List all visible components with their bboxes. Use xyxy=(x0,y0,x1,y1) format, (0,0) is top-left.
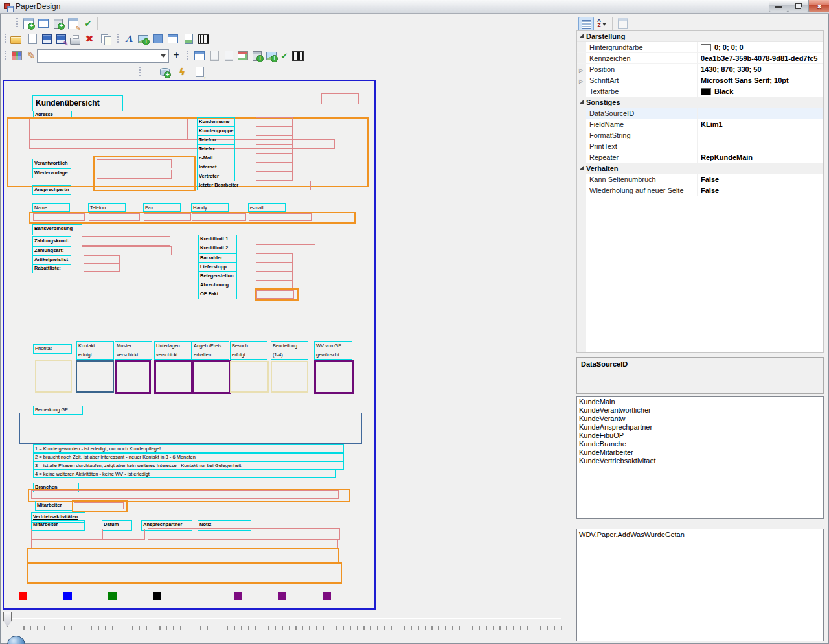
field-box[interactable] xyxy=(256,163,293,172)
draw-pencil-button[interactable]: ✎ xyxy=(24,49,38,63)
field-box[interactable] xyxy=(256,144,293,154)
validate-button[interactable]: ✔ xyxy=(277,49,291,63)
field-box[interactable] xyxy=(82,236,170,246)
page-button-disabled[interactable] xyxy=(207,49,221,63)
status-box[interactable] xyxy=(271,361,308,393)
legend-line[interactable]: 3 = ist alle Phasen durchlaufen, zeigt a… xyxy=(33,461,344,470)
info-label[interactable]: Telefon xyxy=(197,135,235,145)
status-label[interactable]: erfolgt xyxy=(76,351,114,360)
list-item[interactable]: KundeMitarbeiter xyxy=(577,448,823,457)
field-box[interactable] xyxy=(148,528,340,540)
field-box[interactable] xyxy=(256,244,315,253)
barcode-button[interactable] xyxy=(291,49,305,63)
info-label[interactable]: Internet xyxy=(197,163,235,172)
bank-label[interactable]: Kreditlimit 2: xyxy=(198,244,237,253)
status-label[interactable]: erfolgt xyxy=(230,351,267,360)
add-item-button[interactable]: + xyxy=(170,49,182,61)
zoom-slider-thumb[interactable] xyxy=(3,612,12,627)
field-box[interactable] xyxy=(256,117,293,126)
wiedervorlage-label[interactable]: Wiedervorlage xyxy=(32,168,71,178)
property-row[interactable]: Kann SeitenumbruchFalse xyxy=(577,174,823,185)
restore-button[interactable] xyxy=(788,0,809,12)
contact-label[interactable]: Name xyxy=(32,203,70,212)
open-button[interactable] xyxy=(8,32,23,46)
insert-table-button[interactable] xyxy=(192,49,207,63)
add-picture-button[interactable]: + xyxy=(264,49,278,63)
field-box[interactable] xyxy=(31,529,102,540)
expander-icon[interactable]: ▷ xyxy=(579,65,583,75)
group-box[interactable] xyxy=(27,548,339,564)
toolbar-grip[interactable] xyxy=(5,34,6,44)
legend-square-4[interactable] xyxy=(234,592,242,600)
field-box[interactable] xyxy=(84,263,120,272)
toolbar-grip[interactable] xyxy=(187,51,188,61)
status-label[interactable]: verschickt xyxy=(154,351,192,360)
property-row-selected[interactable]: DataSourceID xyxy=(577,108,823,119)
contact-label[interactable]: e-mail xyxy=(248,203,286,212)
status-label[interactable]: gewünscht xyxy=(314,351,352,360)
design-page[interactable]: Kundenübersicht Adresse Kundenname Kunde… xyxy=(3,80,376,610)
verantwortlich-label[interactable]: Verantwortlich xyxy=(32,159,71,168)
list-item[interactable]: KundeVerantw xyxy=(577,415,823,423)
property-grid[interactable]: Darstellung Hintergrundfarbe0; 0; 0; 0 K… xyxy=(576,30,824,353)
list-item[interactable]: KundeMain xyxy=(577,398,823,406)
bank-label[interactable]: Zahlungskond. xyxy=(32,236,71,246)
info-label[interactable]: letzter Bearbeiter xyxy=(197,181,242,190)
contact-label[interactable]: Telefon xyxy=(88,203,126,212)
note-textarea[interactable] xyxy=(19,413,362,444)
status-label[interactable]: Priorität xyxy=(33,344,72,354)
field-box[interactable] xyxy=(82,246,172,255)
add-panel-button[interactable] xyxy=(166,32,180,46)
field-box[interactable] xyxy=(97,159,172,168)
datasource-listbox[interactable]: KundeMainKundeVerantwortlicherKundeVeran… xyxy=(576,396,824,519)
bank-label[interactable]: Kreditlimit 1: xyxy=(198,235,237,244)
field-box[interactable] xyxy=(74,502,124,509)
list-item[interactable]: KundeBranche xyxy=(577,440,823,448)
legend-square-6[interactable] xyxy=(323,592,331,600)
color-legend-box[interactable] xyxy=(8,588,370,606)
add-barcode-button[interactable] xyxy=(196,32,210,46)
expander-icon[interactable]: ▷ xyxy=(579,76,583,86)
bank-label[interactable]: Barzahler: xyxy=(198,253,237,263)
property-row[interactable]: TextfarbeBlack xyxy=(577,86,823,97)
add-page-button[interactable] xyxy=(181,32,196,46)
status-box[interactable] xyxy=(76,360,114,393)
add-form-button[interactable]: + xyxy=(21,16,36,30)
insert-date-table-button[interactable] xyxy=(236,49,250,63)
delete-button[interactable]: ✖ xyxy=(82,32,97,46)
add-datasource-button[interactable]: + xyxy=(157,65,172,79)
field-box[interactable] xyxy=(256,271,293,281)
copy-page-button[interactable] xyxy=(98,32,113,46)
status-label[interactable]: Beurteilung xyxy=(271,341,308,351)
property-row[interactable]: RepeaterRepKundeMain xyxy=(577,152,823,163)
status-box[interactable] xyxy=(115,360,151,394)
mitarbeiter-label[interactable]: Mitarbeiter xyxy=(35,501,73,511)
add-rectangle-button[interactable] xyxy=(151,32,165,46)
bank-label[interactable]: Lieferstopp: xyxy=(198,262,237,272)
bank-label[interactable]: Rabattliste: xyxy=(32,264,71,273)
edit-form-button[interactable]: ✎ xyxy=(66,16,80,30)
list-item[interactable]: KundeVerantwortlicher xyxy=(577,406,823,415)
property-row[interactable]: FieldNameKLim1 xyxy=(577,119,823,130)
property-row[interactable]: FormatString xyxy=(577,130,823,141)
category-row[interactable]: Darstellung xyxy=(577,31,823,42)
list-item[interactable]: KundeFibuOP xyxy=(577,431,823,440)
insert-table-button[interactable] xyxy=(36,16,51,30)
toolbar-grip[interactable] xyxy=(5,51,6,61)
export-button[interactable]: → xyxy=(192,65,207,79)
bank-label[interactable]: OP Fakt: xyxy=(198,290,237,299)
group-box[interactable] xyxy=(27,562,342,584)
property-row[interactable]: ▷Position1430; 870; 330; 50 xyxy=(577,64,823,75)
toolbar-grip[interactable] xyxy=(16,18,18,29)
document-button-disabled[interactable] xyxy=(221,49,236,63)
list-item[interactable]: KundeAnsprechpartner xyxy=(577,423,823,431)
title-bar[interactable]: PaperDesign x xyxy=(0,0,829,14)
field-box[interactable] xyxy=(192,213,246,221)
info-label[interactable]: Kundengruppe xyxy=(197,126,235,136)
template-combobox[interactable] xyxy=(37,49,169,63)
status-box[interactable] xyxy=(192,360,231,394)
bank-label[interactable]: Belegerstellun xyxy=(198,271,237,281)
field-box[interactable] xyxy=(97,170,172,179)
field-box[interactable] xyxy=(256,253,293,262)
field-box[interactable] xyxy=(31,540,338,549)
